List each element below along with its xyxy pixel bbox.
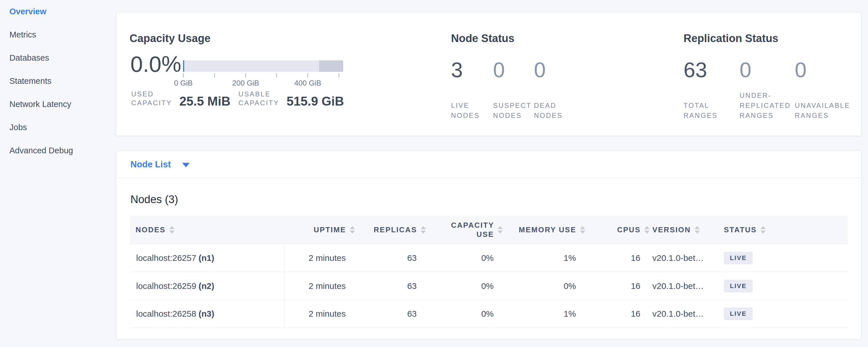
node-replicas: 63 (355, 281, 426, 291)
sort-icon[interactable] (580, 226, 585, 234)
node-address: localhost:26259(n2) (130, 272, 284, 300)
node-address: localhost:26258(n3) (130, 300, 284, 327)
axis-label-200gib: 200 GiB (232, 79, 259, 88)
node-capacity-use: 0% (426, 281, 503, 291)
node-address: localhost:26257(n1) (130, 244, 284, 272)
capacity-gauge: 0 GiB 200 GiB 400 GiB (183, 60, 343, 87)
chevron-down-icon (182, 163, 190, 167)
cluster-summary-card: Capacity Usage 0.0% 0 GiB 200 GiB 400 Gi… (116, 12, 861, 136)
sidebar-item-network-latency[interactable]: Network Latency (0, 93, 116, 116)
sidebar-item-statements[interactable]: Statements (0, 69, 116, 93)
node-version: v20.1.0-bet… (650, 309, 721, 319)
node-memory-use: 0% (503, 281, 585, 291)
status-badge: LIVE (724, 252, 753, 264)
column-header-version[interactable]: VERSION (650, 225, 721, 234)
nodes-table: NODES UPTIME REPLICAS CAPACITY USE MEMOR… (130, 216, 848, 328)
capacity-gauge-axis-labels: 0 GiB 200 GiB 400 GiB (183, 79, 343, 87)
unavailable-ranges-value: 0 (795, 59, 807, 81)
usable-capacity-value: 515.9 GiB (286, 94, 344, 108)
column-header-cpus[interactable]: CPUS (585, 225, 650, 234)
node-uptime: 2 minutes (284, 253, 355, 263)
column-header-nodes[interactable]: NODES (130, 225, 284, 234)
column-header-capacity-use[interactable]: CAPACITY USE (426, 221, 503, 239)
column-header-status[interactable]: STATUS (721, 225, 848, 234)
node-status-cell: LIVE (721, 252, 848, 264)
sort-icon[interactable] (644, 226, 650, 234)
under-replicated-ranges-value: 0 (740, 59, 751, 81)
node-version: v20.1.0-bet… (650, 253, 721, 263)
node-replicas: 63 (355, 309, 426, 319)
capacity-gauge-reserved-segment (319, 60, 343, 72)
usable-capacity-label: USABLE CAPACITY (239, 90, 279, 107)
suspect-nodes-label: SUSPECT NODES (493, 100, 531, 120)
node-list-dropdown[interactable]: Node List (130, 159, 190, 170)
axis-label-0gib: 0 GiB (174, 79, 192, 88)
sort-icon[interactable] (169, 226, 175, 234)
column-header-uptime[interactable]: UPTIME (284, 225, 355, 234)
under-replicated-ranges-label: UNDER- REPLICATED RANGES (740, 90, 791, 120)
sort-icon[interactable] (761, 226, 766, 234)
dead-nodes-label: DEAD NODES (534, 100, 563, 120)
node-status-cell: LIVE (721, 308, 848, 320)
total-ranges-value: 63 (684, 59, 707, 81)
dead-nodes-value: 0 (534, 59, 546, 81)
capacity-usage-section: Capacity Usage 0.0% 0 GiB 200 GiB 400 Gi… (129, 12, 453, 135)
node-cpus: 16 (585, 309, 650, 319)
column-header-replicas[interactable]: REPLICAS (355, 225, 426, 234)
capacity-stats: USED CAPACITY 25.5 MiB USABLE CAPACITY 5… (131, 90, 344, 107)
table-row-node-3[interactable]: localhost:26258(n3) 2 minutes 63 0% 1% 1… (130, 300, 848, 328)
replication-status-section: Replication Status 63 TOTAL RANGES 0 UND… (684, 12, 861, 135)
status-badge: LIVE (724, 280, 753, 292)
sort-icon[interactable] (498, 226, 503, 234)
suspect-nodes-value: 0 (493, 59, 505, 81)
column-header-memory-use[interactable]: MEMORY USE (503, 225, 585, 234)
total-ranges-label: TOTAL RANGES (684, 100, 718, 120)
used-capacity-value: 25.5 MiB (179, 94, 230, 108)
sort-icon[interactable] (421, 226, 426, 234)
capacity-usage-title: Capacity Usage (129, 32, 211, 44)
node-uptime: 2 minutes (284, 281, 355, 291)
live-nodes-value: 3 (451, 59, 463, 81)
node-status-section: Node Status 3 LIVE NODES 0 SUSPECT NODES… (451, 12, 634, 135)
node-memory-use: 1% (503, 253, 585, 263)
used-capacity-label: USED CAPACITY (131, 90, 172, 107)
axis-label-400gib: 400 GiB (294, 79, 321, 88)
node-status-cell: LIVE (721, 280, 848, 292)
sort-icon[interactable] (350, 226, 355, 234)
sort-icon[interactable] (695, 226, 700, 234)
unavailable-ranges-label: UNAVAILABLE RANGES (795, 100, 850, 120)
view-selector-row: Node List (116, 151, 861, 178)
node-version: v20.1.0-bet… (650, 281, 721, 291)
node-replicas: 63 (355, 253, 426, 263)
node-list-dropdown-label: Node List (130, 159, 171, 170)
status-badge: LIVE (724, 308, 753, 320)
sidebar: Overview Metrics Databases Statements Ne… (0, 0, 116, 162)
node-cpus: 16 (585, 253, 650, 263)
used-capacity-stat: USED CAPACITY 25.5 MiB (131, 90, 230, 107)
capacity-gauge-track (183, 60, 343, 72)
node-capacity-use: 0% (426, 253, 503, 263)
table-row-node-1[interactable]: localhost:26257(n1) 2 minutes 63 0% 1% 1… (130, 244, 848, 272)
sidebar-item-metrics[interactable]: Metrics (0, 23, 116, 46)
sidebar-item-jobs[interactable]: Jobs (0, 116, 116, 139)
capacity-gauge-ticks (183, 73, 343, 78)
node-cpus: 16 (585, 281, 650, 291)
node-list-card: Node List Nodes (3) NODES UPTIME REPLICA… (116, 151, 861, 339)
nodes-count-heading: Nodes (3) (130, 193, 861, 206)
live-nodes-label: LIVE NODES (451, 100, 479, 120)
node-capacity-use: 0% (426, 309, 503, 319)
node-uptime: 2 minutes (284, 309, 355, 319)
sidebar-item-overview[interactable]: Overview (0, 0, 116, 23)
nodes-table-header: NODES UPTIME REPLICAS CAPACITY USE MEMOR… (130, 216, 848, 244)
usable-capacity-stat: USABLE CAPACITY 515.9 GiB (239, 90, 344, 107)
capacity-percent-value: 0.0% (130, 52, 181, 76)
node-memory-use: 1% (503, 309, 585, 319)
capacity-gauge-used-segment (183, 60, 184, 72)
sidebar-item-databases[interactable]: Databases (0, 46, 116, 69)
sidebar-item-advanced-debug[interactable]: Advanced Debug (0, 139, 116, 162)
table-row-node-2[interactable]: localhost:26259(n2) 2 minutes 63 0% 0% 1… (130, 272, 848, 300)
